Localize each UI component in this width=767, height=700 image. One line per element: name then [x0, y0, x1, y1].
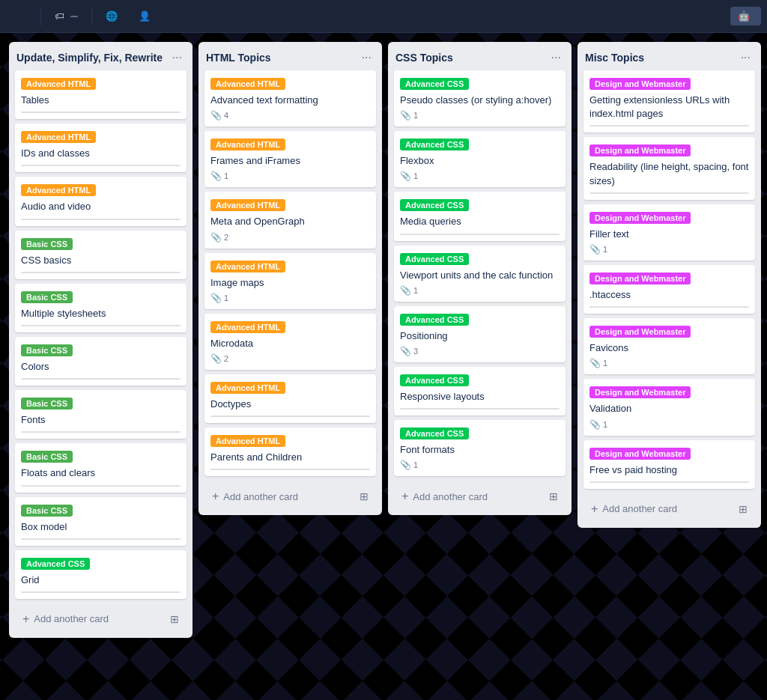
add-card-button-col1[interactable]: +Add another card⊞: [15, 606, 187, 632]
visibility-button[interactable]: 🌐: [100, 7, 127, 25]
card-label-col2-2: Advanced HTML: [210, 199, 285, 211]
card-col2-4[interactable]: Advanced HTMLMicrodata📎2: [204, 314, 376, 370]
add-card-left-col3: +Add another card: [401, 490, 488, 503]
card-col4-1[interactable]: Design and WebmasterReadability (line he…: [583, 137, 755, 199]
add-card-button-col3[interactable]: +Add another card⊞: [394, 484, 566, 509]
paperclip-icon: 📎: [210, 293, 222, 303]
card-col3-4[interactable]: Advanced CSSPositioning📎3: [394, 306, 566, 362]
column-title-col3: CSS Topics: [395, 52, 453, 64]
card-col1-5[interactable]: Basic CSSColors: [15, 337, 187, 386]
plus-icon: +: [22, 612, 29, 626]
card-col1-6[interactable]: Basic CSSFonts: [15, 390, 187, 439]
cards-container-col3: Advanced CSSPseudo classes (or styling a…: [388, 70, 572, 481]
workspace-button[interactable]: 🏷: [49, 7, 84, 25]
card-footer-col2-0: 📎4: [210, 110, 370, 121]
separator-2: [91, 7, 92, 25]
card-footer-col3-4: 📎3: [400, 346, 560, 356]
card-footer-col2-4: 📎2: [210, 353, 370, 364]
card-title-col1-0: Tables: [21, 94, 181, 107]
card-title-col2-0: Advanced text formatting: [210, 94, 370, 107]
card-title-col2-4: Microdata: [210, 337, 370, 350]
card-attachment-col3-4: 📎3: [400, 346, 418, 356]
butler-button[interactable]: 🤖: [730, 7, 761, 25]
card-col1-3[interactable]: Basic CSSCSS basics: [15, 231, 187, 279]
star-button[interactable]: [21, 13, 33, 19]
card-col1-8[interactable]: Basic CSSBox model: [15, 497, 187, 546]
attachment-count: 1: [603, 245, 607, 254]
card-title-col1-4: Multiple stylesheets: [21, 307, 181, 320]
card-sep-col1-2: [21, 219, 181, 220]
card-col1-0[interactable]: Advanced HTMLTables: [15, 70, 187, 119]
card-attachment-col3-1: 📎1: [400, 171, 418, 181]
column-title-col2: HTML Topics: [206, 52, 271, 64]
paperclip-icon: 📎: [210, 110, 222, 121]
card-sep-col1-5: [21, 378, 181, 380]
plus-icon: +: [591, 502, 598, 516]
card-col4-4[interactable]: Design and WebmasterFavicons📎1: [583, 318, 755, 374]
card-col4-0[interactable]: Design and WebmasterGetting extensionles…: [583, 70, 755, 133]
column-menu-button-col3[interactable]: ···: [548, 49, 564, 66]
card-col1-9[interactable]: Advanced CSSGrid: [15, 550, 187, 599]
card-title-col1-9: Grid: [21, 573, 181, 587]
card-title-col4-3: .htaccess: [589, 288, 749, 302]
card-col4-5[interactable]: Design and WebmasterValidation📎1: [583, 379, 755, 435]
invite-button[interactable]: [163, 13, 175, 19]
card-title-col2-2: Meta and OpenGraph: [210, 215, 370, 228]
card-col4-2[interactable]: Design and WebmasterFiller text📎1: [583, 204, 755, 261]
card-label-col1-1: Advanced HTML: [21, 131, 96, 143]
card-sep-col1-0: [21, 112, 181, 113]
card-attachment-col4-4: 📎1: [589, 358, 607, 368]
column-col3: CSS Topics···Advanced CSSPseudo classes …: [388, 42, 572, 515]
card-col3-3[interactable]: Advanced CSSViewport units and the calc …: [394, 246, 566, 302]
card-title-col2-6: Parents and Children: [210, 451, 370, 464]
avatar-button[interactable]: 👤: [133, 7, 157, 25]
card-attachment-col3-3: 📎1: [400, 285, 418, 296]
card-col3-0[interactable]: Advanced CSSPseudo classes (or styling a…: [394, 70, 566, 127]
card-col1-2[interactable]: Advanced HTMLAudio and video: [15, 177, 187, 225]
card-label-col2-6: Advanced HTML: [210, 435, 285, 447]
column-menu-button-col1[interactable]: ···: [169, 49, 185, 66]
card-col2-1[interactable]: Advanced HTMLFrames and iFrames📎1: [204, 131, 376, 187]
column-menu-button-col2[interactable]: ···: [359, 49, 375, 66]
card-col3-6[interactable]: Advanced CSSFont formats📎1: [394, 420, 566, 476]
card-label-col1-0: Advanced HTML: [21, 78, 96, 90]
card-label-col1-2: Advanced HTML: [21, 184, 96, 196]
card-col1-7[interactable]: Basic CSSFloats and clears: [15, 443, 187, 492]
card-title-col3-2: Media queries: [400, 215, 560, 228]
card-label-col1-4: Basic CSS: [21, 291, 73, 303]
card-col3-2[interactable]: Advanced CSSMedia queries: [394, 192, 566, 240]
card-sep-col3-2: [400, 234, 560, 235]
card-label-col3-4: Advanced CSS: [400, 314, 469, 326]
attachment-count: 4: [224, 111, 228, 120]
card-title-col4-4: Favicons: [589, 341, 749, 355]
card-label-col1-3: Basic CSS: [21, 238, 73, 250]
card-col2-6[interactable]: Advanced HTMLParents and Children: [204, 427, 376, 476]
card-label-col2-0: Advanced HTML: [210, 78, 285, 90]
card-col2-5[interactable]: Advanced HTMLDoctypes: [204, 374, 376, 423]
card-col4-3[interactable]: Design and Webmaster.htaccess: [583, 265, 755, 314]
add-card-template-icon-col1: ⊞: [170, 613, 179, 625]
column-col1: Update, Simplify, Fix, Rewrite···Advance…: [9, 42, 192, 638]
card-col3-5[interactable]: Advanced CSSResponsive layouts: [394, 367, 566, 416]
card-label-col3-1: Advanced CSS: [400, 139, 469, 150]
card-col4-6[interactable]: Design and WebmasterFree vs paid hosting: [583, 440, 755, 489]
card-label-col3-0: Advanced CSS: [400, 78, 469, 90]
add-card-button-col4[interactable]: +Add another card⊞: [583, 496, 755, 522]
card-col3-1[interactable]: Advanced CSSFlexbox📎1: [394, 131, 566, 187]
paperclip-icon: 📎: [400, 171, 411, 181]
card-col2-3[interactable]: Advanced HTMLImage maps📎1: [204, 253, 376, 309]
column-title-col1: Update, Simplify, Fix, Rewrite: [16, 52, 163, 64]
column-menu-button-col4[interactable]: ···: [738, 49, 754, 66]
add-card-button-col2[interactable]: +Add another card⊞: [204, 484, 376, 509]
card-label-col1-9: Advanced CSS: [21, 558, 90, 570]
paperclip-icon: 📎: [400, 460, 411, 470]
card-col2-0[interactable]: Advanced HTMLAdvanced text formatting📎4: [204, 70, 376, 127]
cards-container-col2: Advanced HTMLAdvanced text formatting📎4A…: [198, 70, 382, 481]
attachment-count: 1: [603, 359, 607, 368]
card-sep-col1-4: [21, 325, 181, 326]
card-label-col4-2: Design and Webmaster: [589, 212, 691, 224]
column-col4: Misc Topics···Design and WebmasterGettin…: [577, 42, 761, 528]
card-col2-2[interactable]: Advanced HTMLMeta and OpenGraph📎2: [204, 192, 376, 248]
card-col1-4[interactable]: Basic CSSMultiple stylesheets: [15, 284, 187, 332]
card-col1-1[interactable]: Advanced HTMLIDs and classes: [15, 124, 187, 172]
